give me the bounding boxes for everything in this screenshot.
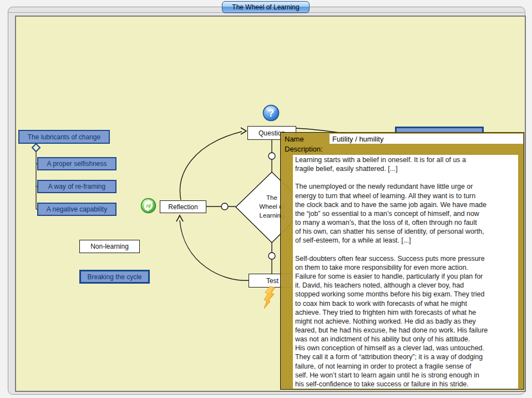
node-label: Non-learning: [90, 243, 129, 250]
node-label: The lubricants of change: [28, 133, 100, 141]
map-title-label: The Wheel of Learning: [232, 3, 299, 11]
lightning-bolt-icon[interactable]: [262, 286, 277, 311]
node-breaking-the-cycle[interactable]: Breaking the cycle: [79, 270, 150, 284]
svg-text:?: ?: [268, 108, 274, 119]
node-properties-panel: Name Description: Learning starts with a…: [280, 132, 524, 390]
node-reflection[interactable]: Reflection: [160, 200, 206, 213]
description-field-label: Description:: [285, 145, 323, 153]
node-label: Breaking the cycle: [87, 273, 141, 281]
map-title-tab[interactable]: The Wheel of Learning: [222, 1, 310, 13]
refresh-arrows-ball-icon[interactable]: [140, 198, 156, 216]
node-proper-selfishness[interactable]: A proper selfishness: [37, 157, 116, 170]
description-textarea[interactable]: Learning starts with a belief in oneself…: [293, 155, 518, 389]
node-lubricants-of-change[interactable]: The lubricants of change: [18, 130, 110, 144]
name-field-label: Name: [285, 135, 304, 143]
node-label: A proper selfishness: [47, 160, 107, 168]
node-negative-capability[interactable]: A negative capability: [37, 203, 116, 216]
node-label: Reflection: [168, 203, 197, 211]
node-non-learning[interactable]: Non-learning: [79, 240, 140, 253]
node-way-of-reframing[interactable]: A way of re-framing: [37, 180, 116, 193]
node-label: Test: [266, 277, 278, 285]
name-input[interactable]: [330, 134, 523, 144]
node-label: A way of re-framing: [48, 183, 105, 190]
node-label: A negative capability: [47, 205, 107, 213]
question-mark-ball-icon[interactable]: ?: [262, 104, 280, 124]
